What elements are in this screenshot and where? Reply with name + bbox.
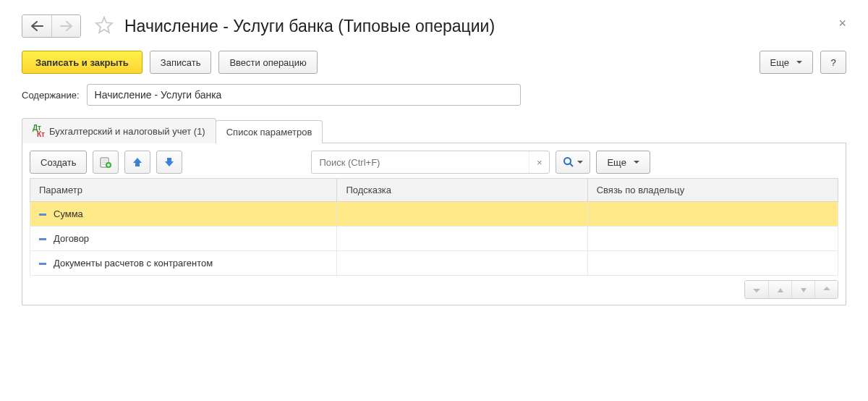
cell-parameter-text: Договор (54, 233, 89, 244)
sub-toolbar: Создать × Еще (30, 151, 838, 174)
cell-hint (337, 227, 587, 251)
sub-more-button[interactable]: Еще (596, 151, 650, 174)
save-button[interactable]: Записать (150, 51, 212, 74)
cell-parameter: Договор (30, 227, 337, 251)
parameters-table: Параметр Подсказка Связь по владельцу Су… (30, 178, 838, 276)
add-item-button[interactable] (93, 151, 119, 174)
row-bullet-icon (39, 214, 46, 216)
dtkt-icon: ДтКт (33, 124, 45, 138)
row-bullet-icon (39, 238, 46, 240)
svg-point-2 (564, 158, 571, 164)
search-launch-button[interactable] (556, 151, 590, 174)
cell-parameter-text: Документы расчетов с контрагентом (54, 258, 213, 269)
page-last-button[interactable] (814, 281, 838, 298)
page-title: Начисление - Услуги банка (Типовые опера… (124, 17, 495, 36)
forward-button[interactable] (51, 15, 80, 37)
page-first-button[interactable] (745, 281, 768, 298)
search-box: × (311, 151, 550, 174)
page-down-button[interactable] (791, 281, 814, 298)
move-down-button[interactable] (156, 151, 182, 174)
search-clear-icon[interactable]: × (529, 151, 549, 173)
table-row[interactable]: Документы расчетов с контрагентом (30, 251, 838, 276)
cell-parameter-text: Сумма (54, 208, 83, 219)
col-parameter[interactable]: Параметр (30, 179, 337, 202)
cell-hint (337, 251, 587, 276)
more-button[interactable]: Еще (760, 51, 813, 74)
tab-panel-parameters: Создать × Еще (22, 143, 846, 305)
table-row[interactable]: Сумма (30, 202, 838, 227)
cell-owner-link (587, 227, 838, 251)
create-button[interactable]: Создать (30, 151, 87, 174)
row-bullet-icon (39, 263, 46, 265)
tab-strip: ДтКт Бухгалтерский и налоговый учет (1) … (22, 117, 846, 143)
search-input[interactable] (312, 157, 529, 168)
cell-owner-link (587, 202, 838, 227)
col-hint[interactable]: Подсказка (337, 179, 587, 202)
favorite-star-icon[interactable] (94, 15, 114, 38)
cell-owner-link (587, 251, 838, 276)
save-and-close-button[interactable]: Записать и закрыть (22, 51, 142, 74)
cell-parameter: Сумма (30, 202, 337, 227)
tab-parameters-label: Список параметров (226, 127, 312, 138)
cell-parameter: Документы расчетов с контрагентом (30, 251, 337, 276)
main-toolbar: Записать и закрыть Записать Ввести опера… (22, 51, 846, 74)
table-header-row: Параметр Подсказка Связь по владельцу (30, 179, 838, 202)
col-owner-link[interactable]: Связь по владельцу (587, 179, 838, 202)
enter-operation-button[interactable]: Ввести операцию (218, 51, 317, 74)
tab-accounting[interactable]: ДтКт Бухгалтерский и налоговый учет (1) (22, 118, 216, 143)
content-field-row: Содержание: (22, 84, 846, 106)
table-paging (30, 276, 838, 299)
table-row[interactable]: Договор (30, 227, 838, 251)
close-icon[interactable]: × (838, 16, 846, 31)
help-button[interactable]: ? (820, 51, 846, 74)
back-button[interactable] (22, 15, 51, 37)
header-bar: Начисление - Услуги банка (Типовые опера… (22, 14, 846, 38)
tab-accounting-label: Бухгалтерский и налоговый учет (1) (49, 126, 205, 137)
page-up-button[interactable] (768, 281, 791, 298)
content-input[interactable] (87, 84, 521, 106)
move-up-button[interactable] (124, 151, 150, 174)
tab-parameters[interactable]: Список параметров (216, 120, 323, 143)
nav-group (22, 14, 81, 38)
content-label: Содержание: (22, 90, 80, 101)
cell-hint (337, 202, 587, 227)
